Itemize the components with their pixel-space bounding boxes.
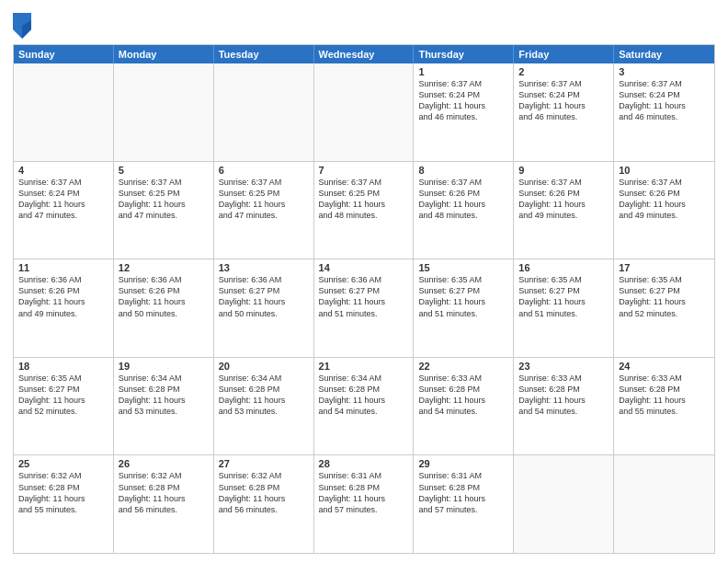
- cal-header-thursday: Thursday: [414, 45, 514, 63]
- calendar-week-5: 25Sunrise: 6:32 AMSunset: 6:28 PMDayligh…: [14, 455, 714, 553]
- calendar-cell: 12Sunrise: 6:36 AMSunset: 6:26 PMDayligh…: [114, 259, 214, 357]
- day-number: 11: [18, 262, 108, 273]
- calendar-cell: 9Sunrise: 6:37 AMSunset: 6:26 PMDaylight…: [514, 162, 614, 259]
- day-number: 19: [119, 361, 209, 372]
- day-number: 6: [219, 165, 309, 176]
- day-number: 18: [18, 361, 108, 372]
- day-number: 7: [319, 165, 409, 176]
- cell-info: Sunrise: 6:31 AMSunset: 6:28 PMDaylight:…: [418, 470, 508, 515]
- cell-info: Sunrise: 6:35 AMSunset: 6:27 PMDaylight:…: [18, 373, 108, 418]
- calendar-cell: 1Sunrise: 6:37 AMSunset: 6:24 PMDaylight…: [414, 63, 514, 161]
- calendar-header-row: SundayMondayTuesdayWednesdayThursdayFrid…: [14, 45, 714, 63]
- calendar-cell: [114, 63, 214, 161]
- calendar-cell: 24Sunrise: 6:33 AMSunset: 6:28 PMDayligh…: [614, 358, 714, 455]
- day-number: 23: [518, 361, 609, 372]
- calendar-cell: [214, 63, 314, 161]
- calendar-cell: 13Sunrise: 6:36 AMSunset: 6:27 PMDayligh…: [214, 259, 314, 357]
- calendar-cell: 6Sunrise: 6:37 AMSunset: 6:25 PMDaylight…: [214, 162, 314, 259]
- calendar-cell: 7Sunrise: 6:37 AMSunset: 6:25 PMDaylight…: [314, 162, 415, 259]
- cell-info: Sunrise: 6:36 AMSunset: 6:27 PMDaylight:…: [319, 274, 409, 319]
- cell-info: Sunrise: 6:33 AMSunset: 6:28 PMDaylight:…: [518, 373, 609, 418]
- day-number: 1: [418, 66, 508, 77]
- calendar-cell: 16Sunrise: 6:35 AMSunset: 6:27 PMDayligh…: [514, 259, 614, 357]
- calendar-cell: 20Sunrise: 6:34 AMSunset: 6:28 PMDayligh…: [214, 358, 314, 455]
- cal-header-saturday: Saturday: [614, 45, 714, 63]
- calendar-body: 1Sunrise: 6:37 AMSunset: 6:24 PMDaylight…: [14, 63, 714, 553]
- cell-info: Sunrise: 6:33 AMSunset: 6:28 PMDaylight:…: [619, 373, 710, 418]
- day-number: 28: [319, 458, 409, 469]
- cell-info: Sunrise: 6:37 AMSunset: 6:25 PMDaylight:…: [219, 177, 309, 222]
- day-number: 22: [418, 361, 508, 372]
- calendar-cell: [614, 455, 714, 553]
- day-number: 8: [418, 165, 508, 176]
- calendar-cell: 17Sunrise: 6:35 AMSunset: 6:27 PMDayligh…: [614, 259, 714, 357]
- cell-info: Sunrise: 6:35 AMSunset: 6:27 PMDaylight:…: [518, 274, 609, 319]
- day-number: 20: [219, 361, 309, 372]
- cal-header-friday: Friday: [514, 45, 614, 63]
- cal-header-sunday: Sunday: [14, 45, 114, 63]
- header: [13, 9, 715, 39]
- cell-info: Sunrise: 6:34 AMSunset: 6:28 PMDaylight:…: [319, 373, 409, 418]
- cell-info: Sunrise: 6:36 AMSunset: 6:26 PMDaylight:…: [119, 274, 209, 319]
- cell-info: Sunrise: 6:37 AMSunset: 6:26 PMDaylight:…: [418, 177, 508, 222]
- calendar-cell: 2Sunrise: 6:37 AMSunset: 6:24 PMDaylight…: [514, 63, 614, 161]
- cell-info: Sunrise: 6:37 AMSunset: 6:25 PMDaylight:…: [319, 177, 409, 222]
- day-number: 26: [119, 458, 209, 469]
- cell-info: Sunrise: 6:37 AMSunset: 6:25 PMDaylight:…: [119, 177, 209, 222]
- page: SundayMondayTuesdayWednesdayThursdayFrid…: [0, 0, 728, 563]
- day-number: 10: [619, 165, 710, 176]
- cal-header-monday: Monday: [114, 45, 214, 63]
- logo-icon: [13, 13, 31, 39]
- calendar-week-2: 4Sunrise: 6:37 AMSunset: 6:24 PMDaylight…: [14, 162, 714, 260]
- day-number: 14: [319, 262, 409, 273]
- day-number: 13: [219, 262, 309, 273]
- day-number: 29: [418, 458, 508, 469]
- cell-info: Sunrise: 6:36 AMSunset: 6:27 PMDaylight:…: [219, 274, 309, 319]
- calendar-cell: 27Sunrise: 6:32 AMSunset: 6:28 PMDayligh…: [214, 455, 314, 553]
- calendar-cell: 28Sunrise: 6:31 AMSunset: 6:28 PMDayligh…: [314, 455, 415, 553]
- calendar-cell: 4Sunrise: 6:37 AMSunset: 6:24 PMDaylight…: [14, 162, 114, 259]
- cell-info: Sunrise: 6:35 AMSunset: 6:27 PMDaylight:…: [619, 274, 710, 319]
- calendar-cell: 21Sunrise: 6:34 AMSunset: 6:28 PMDayligh…: [314, 358, 415, 455]
- calendar-cell: [14, 63, 114, 161]
- cal-header-wednesday: Wednesday: [314, 45, 415, 63]
- day-number: 2: [518, 66, 609, 77]
- calendar-cell: 3Sunrise: 6:37 AMSunset: 6:24 PMDaylight…: [614, 63, 714, 161]
- cell-info: Sunrise: 6:34 AMSunset: 6:28 PMDaylight:…: [219, 373, 309, 418]
- calendar-cell: 14Sunrise: 6:36 AMSunset: 6:27 PMDayligh…: [314, 259, 415, 357]
- day-number: 5: [119, 165, 209, 176]
- day-number: 25: [18, 458, 108, 469]
- cell-info: Sunrise: 6:35 AMSunset: 6:27 PMDaylight:…: [418, 274, 508, 319]
- calendar-cell: 11Sunrise: 6:36 AMSunset: 6:26 PMDayligh…: [14, 259, 114, 357]
- calendar: SundayMondayTuesdayWednesdayThursdayFrid…: [13, 44, 715, 554]
- calendar-week-1: 1Sunrise: 6:37 AMSunset: 6:24 PMDaylight…: [14, 63, 714, 162]
- cell-info: Sunrise: 6:37 AMSunset: 6:24 PMDaylight:…: [418, 78, 508, 123]
- cell-info: Sunrise: 6:32 AMSunset: 6:28 PMDaylight:…: [219, 470, 309, 515]
- cell-info: Sunrise: 6:32 AMSunset: 6:28 PMDaylight:…: [18, 470, 108, 515]
- calendar-cell: 15Sunrise: 6:35 AMSunset: 6:27 PMDayligh…: [414, 259, 514, 357]
- cell-info: Sunrise: 6:32 AMSunset: 6:28 PMDaylight:…: [119, 470, 209, 515]
- cell-info: Sunrise: 6:37 AMSunset: 6:24 PMDaylight:…: [518, 78, 609, 123]
- day-number: 24: [619, 361, 710, 372]
- day-number: 4: [18, 165, 108, 176]
- calendar-cell: 26Sunrise: 6:32 AMSunset: 6:28 PMDayligh…: [114, 455, 214, 553]
- calendar-cell: [514, 455, 614, 553]
- cell-info: Sunrise: 6:37 AMSunset: 6:24 PMDaylight:…: [619, 78, 710, 123]
- day-number: 3: [619, 66, 710, 77]
- calendar-cell: [314, 63, 415, 161]
- cell-info: Sunrise: 6:36 AMSunset: 6:26 PMDaylight:…: [18, 274, 108, 319]
- cell-info: Sunrise: 6:37 AMSunset: 6:26 PMDaylight:…: [619, 177, 710, 222]
- calendar-cell: 8Sunrise: 6:37 AMSunset: 6:26 PMDaylight…: [414, 162, 514, 259]
- cell-info: Sunrise: 6:37 AMSunset: 6:24 PMDaylight:…: [18, 177, 108, 222]
- calendar-cell: 19Sunrise: 6:34 AMSunset: 6:28 PMDayligh…: [114, 358, 214, 455]
- day-number: 9: [518, 165, 609, 176]
- day-number: 15: [418, 262, 508, 273]
- day-number: 16: [518, 262, 609, 273]
- logo: [13, 13, 35, 39]
- calendar-cell: 5Sunrise: 6:37 AMSunset: 6:25 PMDaylight…: [114, 162, 214, 259]
- cell-info: Sunrise: 6:37 AMSunset: 6:26 PMDaylight:…: [518, 177, 609, 222]
- day-number: 12: [119, 262, 209, 273]
- day-number: 17: [619, 262, 710, 273]
- cell-info: Sunrise: 6:33 AMSunset: 6:28 PMDaylight:…: [418, 373, 508, 418]
- cell-info: Sunrise: 6:31 AMSunset: 6:28 PMDaylight:…: [319, 470, 409, 515]
